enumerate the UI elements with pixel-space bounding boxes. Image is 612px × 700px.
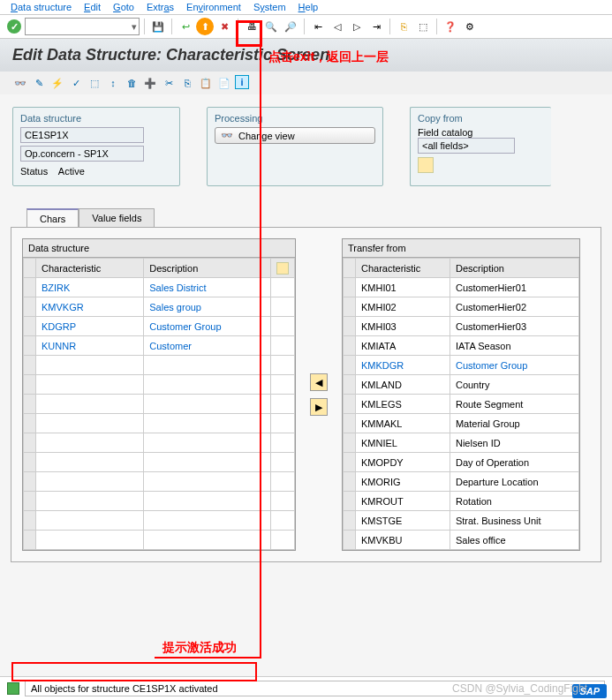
- copy-icon[interactable]: ⎘: [179, 75, 195, 91]
- row-header[interactable]: [344, 278, 356, 297]
- row-header[interactable]: [344, 317, 356, 336]
- move-right-button[interactable]: ▶: [310, 398, 328, 416]
- desc-cell[interactable]: Departure Location: [450, 472, 578, 492]
- menu-extras[interactable]: Extras: [147, 2, 174, 12]
- display-icon[interactable]: 👓: [12, 75, 28, 91]
- char-cell[interactable]: KMSTGE: [356, 511, 450, 531]
- row-header[interactable]: [24, 278, 36, 297]
- first-page-icon[interactable]: ⇤: [309, 18, 327, 35]
- desc-cell[interactable]: Customer Group: [450, 356, 578, 375]
- col-description[interactable]: Description: [144, 259, 271, 278]
- config-icon[interactable]: [276, 262, 289, 275]
- char-cell[interactable]: KMNIEL: [356, 433, 450, 453]
- row-header[interactable]: [24, 336, 36, 356]
- structure-name-field[interactable]: CE1SP1X: [20, 127, 144, 143]
- row-header[interactable]: [24, 317, 36, 336]
- row-header[interactable]: [344, 511, 356, 531]
- check-icon[interactable]: ✓: [68, 75, 84, 91]
- where-used-icon[interactable]: ⬚: [87, 75, 102, 91]
- desc-cell[interactable]: Sales District: [144, 278, 271, 297]
- row-header[interactable]: [344, 433, 356, 453]
- char-cell[interactable]: KUNNR: [36, 336, 144, 356]
- op-concern-field[interactable]: Op.concern - SP1X: [20, 146, 144, 162]
- char-cell[interactable]: KMLAND: [356, 375, 450, 395]
- desc-cell[interactable]: CustomerHier02: [450, 297, 578, 317]
- desc-cell[interactable]: Sales group: [144, 297, 271, 317]
- menu-edit[interactable]: Edit: [84, 2, 101, 12]
- row-header[interactable]: [24, 297, 36, 317]
- char-cell[interactable]: KMROUT: [356, 492, 450, 511]
- char-cell[interactable]: KDGRP: [36, 317, 144, 336]
- char-cell[interactable]: KMIATA: [356, 336, 450, 356]
- row-header[interactable]: [344, 395, 356, 414]
- desc-cell[interactable]: CustomerHier03: [450, 317, 578, 336]
- desc-cell[interactable]: CustomerHier01: [450, 278, 578, 297]
- char-cell[interactable]: KMHI01: [356, 278, 450, 297]
- log-icon[interactable]: 📄: [216, 75, 232, 91]
- col-characteristic[interactable]: Characteristic: [36, 259, 144, 278]
- last-page-icon[interactable]: ⇥: [367, 18, 385, 35]
- filter-icon[interactable]: [418, 157, 434, 173]
- cut-icon[interactable]: ✂: [161, 75, 177, 91]
- menu-environment[interactable]: Environment: [186, 2, 241, 12]
- menu-help[interactable]: Help: [298, 2, 319, 12]
- change-view-button[interactable]: 👓 Change view: [215, 127, 375, 144]
- row-header[interactable]: [344, 492, 356, 511]
- shortcut-icon[interactable]: ⬚: [414, 18, 432, 35]
- sort-icon[interactable]: ↕: [105, 75, 121, 91]
- row-header[interactable]: [344, 375, 356, 395]
- row-header[interactable]: [344, 531, 356, 550]
- char-cell[interactable]: KMOPDY: [356, 453, 450, 472]
- char-cell[interactable]: KMHI03: [356, 317, 450, 336]
- desc-cell[interactable]: Nielsen ID: [450, 433, 578, 453]
- desc-cell[interactable]: Day of Operation: [450, 453, 578, 472]
- insert-icon[interactable]: ➕: [142, 75, 158, 91]
- char-cell[interactable]: KMVKGR: [36, 297, 144, 317]
- char-cell[interactable]: KMLEGS: [356, 395, 450, 414]
- row-header[interactable]: [344, 356, 356, 375]
- col-characteristic[interactable]: Characteristic: [356, 259, 450, 278]
- menu-data-structure[interactable]: Data structure: [11, 2, 72, 12]
- row-header[interactable]: [344, 453, 356, 472]
- desc-cell[interactable]: Country: [450, 375, 578, 395]
- command-field[interactable]: [25, 18, 140, 35]
- menu-system[interactable]: System: [253, 2, 286, 12]
- prev-page-icon[interactable]: ◁: [329, 18, 346, 35]
- paste-icon[interactable]: 📋: [198, 75, 214, 91]
- delete-icon[interactable]: 🗑: [124, 75, 140, 91]
- save-icon[interactable]: 💾: [149, 18, 167, 35]
- desc-cell[interactable]: Customer: [144, 336, 271, 356]
- activate-icon[interactable]: ⚡: [49, 75, 65, 91]
- row-header[interactable]: [344, 472, 356, 492]
- col-description[interactable]: Description: [450, 259, 578, 278]
- desc-cell[interactable]: IATA Season: [450, 336, 578, 356]
- desc-cell[interactable]: Material Group: [450, 414, 578, 433]
- tab-chars[interactable]: Chars: [26, 208, 79, 228]
- desc-cell[interactable]: Rotation: [450, 492, 578, 511]
- desc-cell[interactable]: Route Segment: [450, 395, 578, 414]
- tab-value-fields[interactable]: Value fields: [79, 208, 155, 228]
- row-header[interactable]: [344, 297, 356, 317]
- char-cell[interactable]: KMHI02: [356, 297, 450, 317]
- find-icon[interactable]: 🔍: [262, 18, 280, 35]
- char-cell[interactable]: KMKDGR: [356, 356, 450, 375]
- next-page-icon[interactable]: ▷: [348, 18, 366, 35]
- char-cell[interactable]: BZIRK: [36, 278, 144, 297]
- help-icon[interactable]: ❓: [442, 18, 459, 35]
- menu-goto[interactable]: Goto: [113, 2, 134, 12]
- cancel-icon[interactable]: ✖: [215, 18, 233, 35]
- char-cell[interactable]: KMORIG: [356, 472, 450, 492]
- change-icon[interactable]: ✎: [31, 75, 47, 91]
- info-icon[interactable]: i: [235, 75, 249, 89]
- row-header[interactable]: [344, 336, 356, 356]
- char-cell[interactable]: KMMAKL: [356, 414, 450, 433]
- row-header[interactable]: [344, 414, 356, 433]
- desc-cell[interactable]: Sales office: [450, 531, 578, 550]
- find-next-icon[interactable]: 🔎: [282, 18, 299, 35]
- move-left-button[interactable]: ◀: [310, 373, 328, 391]
- desc-cell[interactable]: Strat. Business Unit: [450, 511, 578, 531]
- exit-icon[interactable]: ⬆: [196, 18, 214, 35]
- field-catalog-select[interactable]: <all fields>: [418, 138, 515, 154]
- char-cell[interactable]: KMVKBU: [356, 531, 450, 550]
- desc-cell[interactable]: Customer Group: [144, 317, 271, 336]
